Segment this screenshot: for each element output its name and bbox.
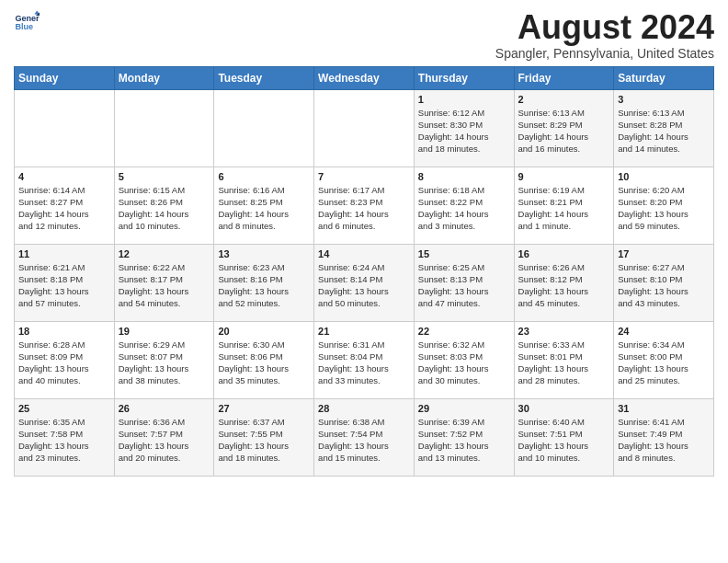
day-number: 30 (518, 403, 610, 414)
calendar-cell: 15Sunrise: 6:25 AM Sunset: 8:13 PM Dayli… (414, 244, 514, 321)
header-tuesday: Tuesday (214, 66, 314, 89)
day-number: 4 (18, 171, 110, 182)
month-year: August 2024 (495, 9, 714, 46)
calendar-week-2: 4Sunrise: 6:14 AM Sunset: 8:27 PM Daylig… (15, 167, 714, 244)
day-number: 10 (618, 171, 710, 182)
calendar-cell (114, 89, 214, 167)
day-number: 19 (119, 326, 210, 337)
calendar-cell: 11Sunrise: 6:21 AM Sunset: 8:18 PM Dayli… (15, 244, 115, 321)
day-info: Sunrise: 6:28 AM Sunset: 8:09 PM Dayligh… (18, 339, 110, 387)
calendar-cell: 10Sunrise: 6:20 AM Sunset: 8:20 PM Dayli… (614, 167, 714, 244)
calendar-cell: 14Sunrise: 6:24 AM Sunset: 8:14 PM Dayli… (314, 244, 415, 321)
calendar-cell: 21Sunrise: 6:31 AM Sunset: 8:04 PM Dayli… (314, 321, 415, 398)
day-number: 24 (618, 326, 710, 337)
calendar-cell: 31Sunrise: 6:41 AM Sunset: 7:49 PM Dayli… (614, 398, 714, 476)
calendar-body: 1Sunrise: 6:12 AM Sunset: 8:30 PM Daylig… (15, 89, 714, 476)
calendar-cell: 13Sunrise: 6:23 AM Sunset: 8:16 PM Dayli… (214, 244, 314, 321)
day-info: Sunrise: 6:38 AM Sunset: 7:54 PM Dayligh… (318, 416, 410, 465)
day-info: Sunrise: 6:13 AM Sunset: 8:29 PM Dayligh… (518, 107, 610, 155)
day-number: 13 (218, 248, 310, 259)
day-number: 2 (518, 94, 610, 105)
day-info: Sunrise: 6:41 AM Sunset: 7:49 PM Dayligh… (618, 416, 710, 465)
calendar-cell: 16Sunrise: 6:26 AM Sunset: 8:12 PM Dayli… (514, 244, 614, 321)
calendar-cell (314, 89, 415, 167)
calendar-cell: 18Sunrise: 6:28 AM Sunset: 8:09 PM Dayli… (15, 321, 115, 398)
day-info: Sunrise: 6:20 AM Sunset: 8:20 PM Dayligh… (618, 184, 710, 233)
day-info: Sunrise: 6:31 AM Sunset: 8:04 PM Dayligh… (318, 339, 410, 387)
day-info: Sunrise: 6:16 AM Sunset: 8:25 PM Dayligh… (218, 184, 310, 233)
header-wednesday: Wednesday (314, 66, 415, 89)
day-number: 6 (218, 171, 310, 182)
calendar-cell: 27Sunrise: 6:37 AM Sunset: 7:55 PM Dayli… (214, 398, 314, 476)
header-thursday: Thursday (414, 66, 514, 89)
calendar-page: General Blue General Blue August 2024 Sp… (0, 0, 728, 486)
day-number: 21 (318, 326, 410, 337)
calendar-cell: 6Sunrise: 6:16 AM Sunset: 8:25 PM Daylig… (214, 167, 314, 244)
day-info: Sunrise: 6:40 AM Sunset: 7:51 PM Dayligh… (518, 416, 610, 465)
day-info: Sunrise: 6:26 AM Sunset: 8:12 PM Dayligh… (518, 261, 610, 310)
weekday-header-row: Sunday Monday Tuesday Wednesday Thursday… (15, 66, 714, 89)
svg-text:General: General (15, 14, 40, 23)
calendar-cell: 23Sunrise: 6:33 AM Sunset: 8:01 PM Dayli… (514, 321, 614, 398)
day-number: 25 (18, 403, 110, 414)
day-number: 8 (418, 171, 510, 182)
day-number: 5 (119, 171, 210, 182)
day-number: 17 (618, 248, 710, 259)
day-info: Sunrise: 6:29 AM Sunset: 8:07 PM Dayligh… (119, 339, 210, 387)
day-number: 1 (418, 94, 510, 105)
header: General Blue General Blue August 2024 Sp… (14, 9, 714, 61)
calendar-week-1: 1Sunrise: 6:12 AM Sunset: 8:30 PM Daylig… (15, 89, 714, 167)
day-number: 18 (18, 326, 110, 337)
day-info: Sunrise: 6:35 AM Sunset: 7:58 PM Dayligh… (18, 416, 110, 465)
day-number: 27 (218, 403, 310, 414)
calendar-cell: 4Sunrise: 6:14 AM Sunset: 8:27 PM Daylig… (15, 167, 115, 244)
day-number: 22 (418, 326, 510, 337)
day-number: 14 (318, 248, 410, 259)
calendar-week-3: 11Sunrise: 6:21 AM Sunset: 8:18 PM Dayli… (15, 244, 714, 321)
calendar-header: Sunday Monday Tuesday Wednesday Thursday… (15, 66, 714, 89)
svg-text:Blue: Blue (15, 22, 33, 31)
location: Spangler, Pennsylvania, United States (495, 46, 714, 61)
calendar-cell: 1Sunrise: 6:12 AM Sunset: 8:30 PM Daylig… (414, 89, 514, 167)
day-info: Sunrise: 6:14 AM Sunset: 8:27 PM Dayligh… (18, 184, 110, 233)
day-number: 28 (318, 403, 410, 414)
day-info: Sunrise: 6:15 AM Sunset: 8:26 PM Dayligh… (119, 184, 210, 233)
day-info: Sunrise: 6:27 AM Sunset: 8:10 PM Dayligh… (618, 261, 710, 310)
day-info: Sunrise: 6:24 AM Sunset: 8:14 PM Dayligh… (318, 261, 410, 310)
calendar-cell: 20Sunrise: 6:30 AM Sunset: 8:06 PM Dayli… (214, 321, 314, 398)
day-number: 31 (618, 403, 710, 414)
calendar-cell: 26Sunrise: 6:36 AM Sunset: 7:57 PM Dayli… (114, 398, 214, 476)
calendar-cell: 12Sunrise: 6:22 AM Sunset: 8:17 PM Dayli… (114, 244, 214, 321)
day-number: 23 (518, 326, 610, 337)
day-number: 15 (418, 248, 510, 259)
day-info: Sunrise: 6:21 AM Sunset: 8:18 PM Dayligh… (18, 261, 110, 310)
calendar-cell: 24Sunrise: 6:34 AM Sunset: 8:00 PM Dayli… (614, 321, 714, 398)
day-info: Sunrise: 6:34 AM Sunset: 8:00 PM Dayligh… (618, 339, 710, 387)
calendar-cell: 30Sunrise: 6:40 AM Sunset: 7:51 PM Dayli… (514, 398, 614, 476)
day-info: Sunrise: 6:23 AM Sunset: 8:16 PM Dayligh… (218, 261, 310, 310)
day-info: Sunrise: 6:17 AM Sunset: 8:23 PM Dayligh… (318, 184, 410, 233)
day-info: Sunrise: 6:32 AM Sunset: 8:03 PM Dayligh… (418, 339, 510, 387)
calendar-cell: 5Sunrise: 6:15 AM Sunset: 8:26 PM Daylig… (114, 167, 214, 244)
calendar-cell: 19Sunrise: 6:29 AM Sunset: 8:07 PM Dayli… (114, 321, 214, 398)
calendar-cell: 22Sunrise: 6:32 AM Sunset: 8:03 PM Dayli… (414, 321, 514, 398)
calendar-cell: 8Sunrise: 6:18 AM Sunset: 8:22 PM Daylig… (414, 167, 514, 244)
day-number: 20 (218, 326, 310, 337)
day-info: Sunrise: 6:18 AM Sunset: 8:22 PM Dayligh… (418, 184, 510, 233)
header-monday: Monday (114, 66, 214, 89)
day-number: 16 (518, 248, 610, 259)
header-saturday: Saturday (614, 66, 714, 89)
day-number: 29 (418, 403, 510, 414)
calendar-cell (15, 89, 115, 167)
calendar-cell: 7Sunrise: 6:17 AM Sunset: 8:23 PM Daylig… (314, 167, 415, 244)
calendar-cell (214, 89, 314, 167)
day-info: Sunrise: 6:36 AM Sunset: 7:57 PM Dayligh… (119, 416, 210, 465)
calendar-cell: 9Sunrise: 6:19 AM Sunset: 8:21 PM Daylig… (514, 167, 614, 244)
calendar-cell: 29Sunrise: 6:39 AM Sunset: 7:52 PM Dayli… (414, 398, 514, 476)
day-info: Sunrise: 6:12 AM Sunset: 8:30 PM Dayligh… (418, 107, 510, 155)
title-area: August 2024 Spangler, Pennsylvania, Unit… (495, 9, 714, 61)
day-info: Sunrise: 6:30 AM Sunset: 8:06 PM Dayligh… (218, 339, 310, 387)
day-number: 7 (318, 171, 410, 182)
day-info: Sunrise: 6:39 AM Sunset: 7:52 PM Dayligh… (418, 416, 510, 465)
day-number: 26 (119, 403, 210, 414)
